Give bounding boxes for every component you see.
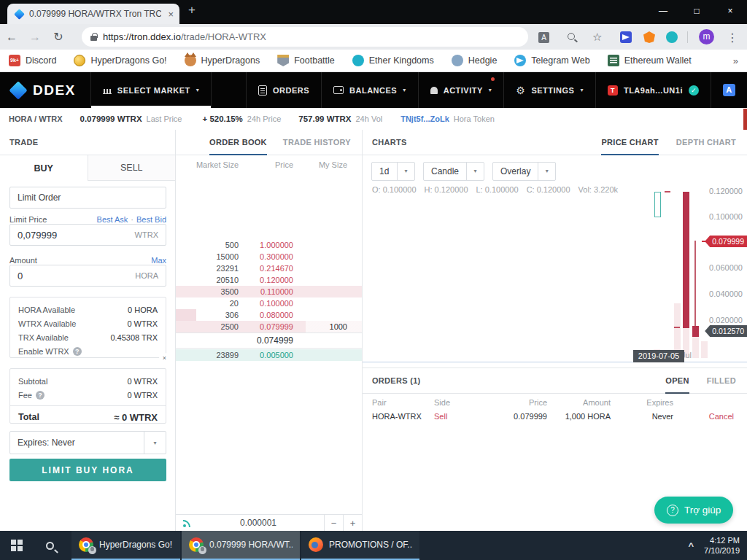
chevron-down-icon: ▾: [196, 87, 200, 93]
forward-icon[interactable]: →: [23, 31, 47, 44]
taskbar-clock[interactable]: 4:12 PM 7/10/2019: [704, 535, 740, 556]
teal-extension-icon[interactable]: [666, 31, 678, 43]
market-pair: HORA / WTRX: [9, 114, 63, 123]
y-axis-label: 0.120000: [709, 186, 743, 196]
buy-tab[interactable]: BUY: [0, 155, 88, 181]
taskbar-window-chrome-1[interactable]: HyperDragons Go! ...: [71, 531, 180, 560]
browser-tab[interactable]: 0.079999 HORA/WTRX Tron TRC2 ×: [7, 4, 179, 24]
window-minimize-icon[interactable]: —: [646, 0, 680, 24]
tick-increase-button[interactable]: +: [343, 515, 362, 531]
bookmark-hyperdragons[interactable]: HyperDragons: [185, 55, 260, 66]
taskbar-window-chrome-2[interactable]: 0.079999 HORA/WT...: [182, 531, 300, 560]
ddex-logo[interactable]: DDEX: [0, 72, 90, 108]
toolbar-divider: [687, 31, 688, 43]
reload-icon[interactable]: ↻: [47, 30, 70, 44]
ask-row[interactable]: 232910.214670: [176, 262, 362, 274]
charts-panel: CHARTS PRICE CHART DEPTH CHART 1d▾ Candl…: [363, 130, 747, 368]
ask-row[interactable]: 25000.0799991000: [176, 321, 362, 332]
help-button[interactable]: ? Trợ giúp: [654, 497, 733, 524]
translate-widget[interactable]: A: [711, 72, 747, 108]
address-bar[interactable]: https://tron.ddex.io/trade/HORA-WTRX: [82, 27, 528, 47]
enable-wtrx-row: Enable WTRX? ×: [18, 344, 158, 358]
bookmark-discord[interactable]: 9k+Discord: [9, 55, 56, 66]
help-icon[interactable]: ?: [73, 347, 82, 356]
token-address-link[interactable]: TNjt5f...ZoLk: [400, 114, 449, 123]
live-feed-icon[interactable]: [183, 518, 193, 527]
bookmark-telegram-web[interactable]: Telegram Web: [514, 55, 589, 66]
order-pair: HORA-WTRX: [372, 411, 434, 423]
best-ask-link[interactable]: Best Ask: [97, 215, 128, 224]
bookmark-footbattle[interactable]: Footbattle: [277, 55, 335, 66]
volume-group: 757.99 WTRX 24h Vol: [298, 114, 382, 123]
tronlink-extension-icon[interactable]: [620, 31, 632, 43]
window-restore-icon[interactable]: □: [680, 0, 713, 24]
bookmark-ethereum-wallet[interactable]: Ethereum Wallet: [608, 55, 692, 66]
balances-box: HORA Available0 HORA WTRX Available0 WTR…: [9, 297, 166, 358]
max-link[interactable]: Max: [151, 256, 166, 265]
tab-price-chart[interactable]: PRICE CHART: [601, 130, 658, 155]
crosshair-price-badge: 0.012570: [705, 325, 747, 337]
y-axis-label: 0.100000: [709, 211, 743, 222]
order-amount: 1,000 HORA: [547, 411, 611, 423]
ask-row[interactable]: 205100.120000: [176, 274, 362, 286]
metamask-extension-icon[interactable]: [643, 31, 655, 43]
sell-tab[interactable]: SELL: [88, 155, 176, 181]
cancel-order-link[interactable]: Cancel: [673, 411, 734, 423]
select-market-menu[interactable]: SELECT MARKET ▾: [90, 72, 212, 108]
limit-buy-button[interactable]: LIMIT BUY HORA: [9, 459, 166, 481]
new-tab-button[interactable]: +: [188, 3, 196, 18]
ddex-favicon: [14, 9, 25, 20]
orders-menu[interactable]: ORDERS: [246, 72, 321, 108]
browser-menu-icon[interactable]: ⋮: [727, 31, 738, 44]
y-axis-label: 0.060000: [709, 262, 743, 273]
order-type-select[interactable]: Limit Order: [9, 187, 166, 209]
subtotal-row: Subtotal0 WTRX: [18, 374, 158, 388]
fee-row: Fee? 0 WTRX: [18, 388, 158, 402]
translate-page-icon[interactable]: A: [538, 32, 549, 43]
bookmark-hyperdragons-go[interactable]: HyperDragons Go!: [74, 55, 166, 66]
candlestick-chart[interactable]: 0.120000 0.100000 0.079999 0.060000 0.04…: [363, 155, 747, 368]
windows-logo-icon: [11, 540, 23, 551]
expires-select[interactable]: Expires: Never ▾: [9, 431, 166, 454]
tray-chevron-icon[interactable]: ^: [688, 540, 694, 551]
ask-row[interactable]: 3060.080000: [176, 309, 362, 321]
tab-depth-chart[interactable]: DEPTH CHART: [676, 130, 736, 155]
taskbar-search-button[interactable]: [34, 531, 66, 560]
back-icon[interactable]: ←: [0, 31, 23, 44]
volume-bar: [701, 341, 708, 358]
help-icon[interactable]: ?: [36, 391, 44, 400]
bookmarks-overflow-icon[interactable]: »: [733, 55, 738, 66]
ask-row[interactable]: 5001.000000: [176, 239, 362, 251]
limit-price-input[interactable]: 0,079999 WTRX: [9, 224, 166, 246]
scrollbar-thumb[interactable]: [743, 109, 747, 130]
profile-avatar[interactable]: m: [699, 29, 714, 44]
bid-row[interactable]: 238990.005000: [176, 349, 362, 361]
balances-menu[interactable]: BALANCES ▾: [321, 72, 418, 108]
start-button[interactable]: [0, 531, 34, 560]
tab-order-book[interactable]: ORDER BOOK: [209, 130, 267, 155]
order-row: HORA-WTRX Sell 0.079999 1,000 HORA Never…: [363, 411, 747, 423]
order-book-headers: Market Size Price My Size: [176, 160, 362, 169]
y-axis-label: 0.020000: [709, 315, 743, 325]
ask-row[interactable]: 150000.300000: [176, 251, 362, 262]
ask-row[interactable]: 35000.110000: [176, 286, 362, 298]
tab-close-icon[interactable]: ×: [166, 9, 174, 20]
tick-decrease-button[interactable]: −: [324, 515, 343, 531]
bookmark-ether-kingdoms[interactable]: Ether Kingdoms: [352, 55, 434, 66]
window-close-icon[interactable]: ×: [713, 0, 747, 24]
bookmark-hedgie[interactable]: Hedgie: [452, 55, 498, 66]
amount-input[interactable]: 0 HORA: [9, 265, 166, 287]
best-bid-link[interactable]: Best Bid: [136, 215, 166, 224]
chevron-down-icon: ▾: [403, 87, 406, 93]
bookmark-star-icon[interactable]: ☆: [592, 31, 602, 44]
activity-menu[interactable]: ACTIVITY ▾: [418, 72, 504, 108]
taskbar-window-firefox[interactable]: PROMOTIONS / OF...: [301, 531, 419, 560]
tab-trade-history[interactable]: TRADE HISTORY: [283, 130, 351, 155]
candle-down: [683, 192, 689, 328]
tab-open-orders[interactable]: OPEN: [665, 368, 689, 393]
ask-row[interactable]: 200.100000: [176, 298, 362, 309]
zoom-icon[interactable]: [568, 33, 575, 40]
wallet-address-menu[interactable]: T TLA9ah...UN1i ✓: [595, 72, 711, 108]
settings-menu[interactable]: ⚙ SETTINGS ▾: [503, 72, 595, 108]
tab-filled-orders[interactable]: FILLED: [707, 368, 736, 393]
